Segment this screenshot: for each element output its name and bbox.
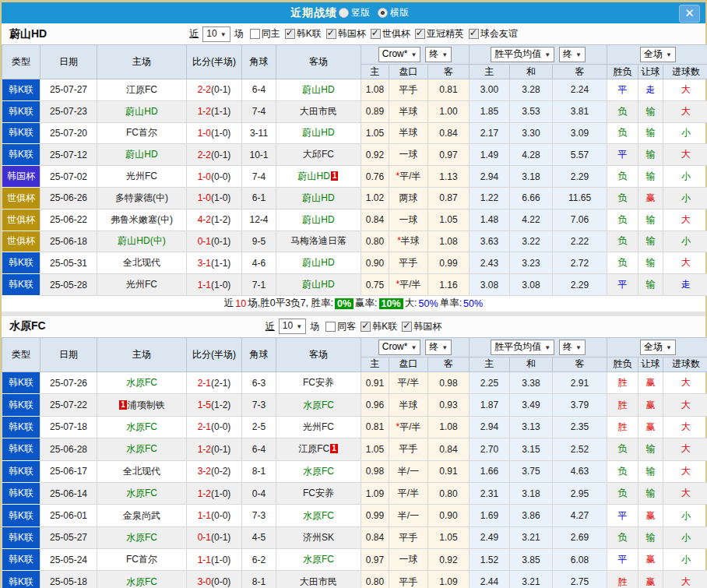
cell-home-handicap-odds: 0.92	[361, 144, 389, 166]
cell-away-team: 光州FC	[276, 416, 361, 438]
full-time-score: 1-0	[198, 128, 211, 139]
cell-result: 负	[607, 526, 638, 548]
cell-handicap-line: 平手	[389, 252, 428, 274]
cell-handicap-result: 输	[638, 274, 663, 296]
final-select-2[interactable]: 终▼	[559, 340, 586, 355]
cell-home-handicap-odds: 0.84	[361, 209, 389, 231]
scope-select[interactable]: 全场▼	[640, 340, 676, 355]
league-checkbox[interactable]	[326, 29, 336, 39]
near-link[interactable]: 近	[189, 27, 199, 40]
full-time-score: 1-2	[198, 106, 211, 117]
cell-away-handicap-odds: 1.00	[428, 100, 470, 122]
cell-handicap-line: 两球	[389, 187, 428, 209]
home-team-name: 蔚山HD(中)	[118, 235, 165, 246]
away-team: FC安养	[303, 488, 334, 498]
cell-draw-avg: 3.15	[510, 438, 553, 460]
cell-lose-avg: 4.63	[553, 460, 607, 482]
avg-select[interactable]: 胜平负均值▼	[491, 47, 554, 62]
header-row-1: 类型日期主场比分(半场)角球客场Crow*▼终▼胜平负均值▼终▼全场▼	[2, 337, 707, 357]
home-team-name: 江原FC	[126, 84, 157, 95]
match-row: 韩K联25-05-18水原FC3-0(0-0)8-1大田市民0.80平手1.09…	[2, 571, 707, 588]
cell-corners: 8-1	[242, 460, 276, 482]
same-venue-checkbox[interactable]	[250, 29, 260, 39]
scope-select[interactable]: 全场▼	[640, 47, 676, 62]
match-row: 韩国杯25-07-02光州FC1-0(0-0)7-4蔚山HD10.76*平/半1…	[2, 166, 707, 188]
match-row: 韩K联25-05-28光州FC1-1(1-0)7-1蔚山HD0.75*平/半1.…	[2, 274, 707, 296]
dropdown-arrow-icon: ▼	[575, 51, 582, 58]
radio-horizontal[interactable]: 横版	[378, 6, 409, 19]
cell-handicap-line: 平手	[389, 79, 428, 101]
away-team-name: 马梅洛迪日落	[290, 235, 346, 246]
cell-away-handicap-odds: 0.91	[428, 460, 470, 482]
cell-goals: 小	[663, 166, 707, 188]
match-count-select[interactable]: 10▼	[202, 26, 230, 42]
close-button[interactable]: ✕	[679, 5, 700, 23]
home-team-name: 蔚山HD	[125, 149, 157, 160]
league-checkbox[interactable]	[469, 29, 479, 39]
avg-select[interactable]: 胜平负均值▼	[491, 340, 554, 355]
full-time-score: 2-2	[198, 150, 211, 160]
cell-lose-avg: 2.72	[553, 252, 607, 274]
cell-type: 韩K联	[2, 274, 40, 296]
cell-away-team: 蔚山HD	[276, 252, 361, 274]
cell-date: 25-07-02	[40, 166, 97, 188]
home-team-name: 蔚山HD	[125, 106, 157, 117]
cell-type: 世俱杯	[2, 231, 40, 252]
radio-vertical[interactable]: 竖版	[339, 6, 370, 19]
match-row: 韩K联25-07-18水原FC2-1(0-0)2-5光州FC0.81*平/半1.…	[2, 416, 707, 438]
final-select-2[interactable]: 终▼	[559, 47, 586, 62]
cell-date: 25-07-26	[40, 371, 97, 393]
cell-type: 韩K联	[2, 416, 40, 438]
cell-away-team: 蔚山HD	[276, 79, 361, 101]
cell-result: 胜	[607, 416, 638, 438]
cell-home-team: 多特蒙德(中)	[97, 187, 187, 209]
header-select-group-2: 胜平负均值▼终▼	[470, 337, 607, 357]
match-count-select[interactable]: 10▼	[279, 319, 306, 334]
cell-handicap-line: 半球	[389, 394, 428, 416]
cell-handicap-result: 输	[638, 252, 663, 274]
home-team-name: 水原FC	[126, 532, 157, 543]
col-header-home-odds: 主	[361, 357, 389, 371]
away-team: 水原FC	[303, 400, 334, 410]
summary-record: 场,胜0平3负7, 胜率:	[248, 297, 333, 310]
cell-result: 负	[607, 166, 638, 188]
home-team: 蔚山HD	[125, 149, 157, 160]
league-checkbox[interactable]	[361, 322, 371, 332]
cell-away-handicap-odds: 1.05	[428, 209, 470, 231]
final-select-1[interactable]: 终▼	[425, 340, 452, 355]
home-team: 水原FC	[126, 488, 157, 498]
match-row: 世俱杯25-06-18蔚山HD(中)0-1(0-1)9-5马梅洛迪日落0.80*…	[2, 231, 707, 252]
home-team-name: 水原FC	[126, 443, 157, 454]
cell-draw-avg: 3.21	[510, 526, 553, 548]
cell-score: 1-0(1-0)	[187, 187, 242, 209]
cell-home-team: 水原FC	[97, 416, 187, 438]
away-team-name: 大田市民	[300, 576, 337, 587]
cell-handicap-line: 平/半	[389, 482, 428, 504]
cell-type: 韩K联	[2, 460, 40, 482]
odds-company-select[interactable]: Crow*▼	[378, 340, 421, 355]
home-team: 水原FC	[126, 377, 157, 388]
cell-lose-avg: 3.79	[553, 394, 607, 416]
league-checkbox[interactable]	[371, 29, 381, 39]
cell-corners: 3-11	[242, 122, 276, 144]
cell-away-handicap-odds: 0.97	[428, 144, 470, 166]
full-time-score: 1-1	[198, 510, 211, 521]
half-time-score: (0-0)	[211, 171, 230, 182]
cell-win-avg: 1.66	[470, 460, 510, 482]
cell-corners: 6-4	[242, 438, 276, 460]
cell-handicap-line: 平手	[389, 438, 428, 460]
same-venue-checkbox[interactable]	[325, 322, 336, 332]
league-checkbox[interactable]	[285, 29, 295, 39]
half-time-score: (1-0)	[211, 192, 230, 203]
away-team: 水原FC	[303, 466, 334, 477]
odds-company-select[interactable]: Crow*▼	[378, 47, 421, 62]
final-select-1[interactable]: 终▼	[425, 47, 452, 62]
away-team: 蔚山HD1	[298, 171, 339, 181]
col-header-handicap-result: 让球	[638, 65, 663, 79]
league-checkbox[interactable]	[415, 29, 425, 39]
cell-score: 3-2(0-2)	[187, 460, 242, 482]
near-link[interactable]: 近	[266, 320, 275, 333]
half-time-score: (1-0)	[211, 555, 230, 565]
league-label: 韩K联	[372, 320, 397, 333]
league-checkbox[interactable]	[402, 322, 412, 332]
